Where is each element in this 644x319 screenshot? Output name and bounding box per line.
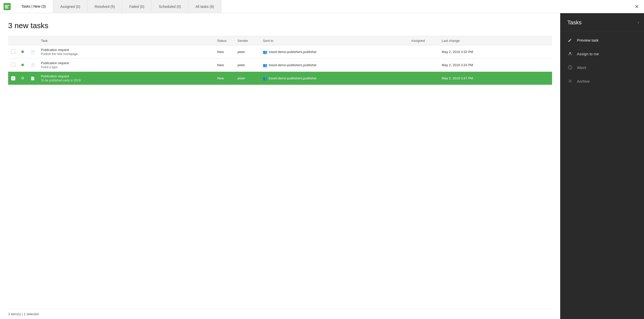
row2-assigned <box>408 59 439 72</box>
checkbox-unchecked[interactable] <box>11 63 15 67</box>
svg-point-7 <box>570 66 570 67</box>
checkbox-checked[interactable]: ✓ <box>11 76 15 80</box>
row3-task: Publication request To be published earl… <box>38 72 214 85</box>
task-desc: Fixed a typo. <box>41 65 211 69</box>
status-bar: 3 item(s) | 1 selected <box>8 309 552 319</box>
status-dot <box>21 64 24 66</box>
row1-dot <box>18 45 27 59</box>
x-icon <box>567 78 573 84</box>
svg-rect-2 <box>5 6 8 7</box>
table-body: 📄 Publication request Publish the new ho… <box>8 45 552 85</box>
tab-resolved[interactable]: Resolved (5) <box>88 0 122 13</box>
panel-expand-icon[interactable]: › <box>638 20 639 25</box>
close-button[interactable]: ✕ <box>630 0 644 13</box>
col-checkbox <box>8 36 18 45</box>
archive-label: Archive <box>577 79 590 83</box>
task-name: Publication request <box>41 48 211 52</box>
table-row[interactable]: 📄 Publication request Publish the new ho… <box>8 45 552 59</box>
row3-checkbox[interactable]: ✓ <box>8 72 18 85</box>
row3-assigned <box>408 72 439 85</box>
row1-status: New <box>214 45 234 59</box>
right-panel: Tasks › Preview task <box>560 13 644 319</box>
row1-task: Publication request Publish the new home… <box>38 45 214 59</box>
tab-new[interactable]: Tasks | New (3) <box>14 0 53 13</box>
row2-dot <box>18 59 27 72</box>
sentto-value: travel-demo-publishers,publisher <box>269 63 317 67</box>
row1-icon: 📄 <box>27 45 38 59</box>
assign-to-me-label: Assign to me <box>577 52 599 56</box>
preview-task-label: Preview task <box>577 38 599 42</box>
row3-status: New <box>214 72 234 85</box>
tab-bar: Tasks | New (3) Assigned (0) Resolved (5… <box>0 0 644 13</box>
row2-lastchange: May 2, 2019 3:33 PM <box>439 59 552 72</box>
row3-sentto: 👥 travel-demo-publishers,publisher <box>260 72 408 85</box>
content-area: 3 new tasks Task Status Sender Sent to A… <box>0 13 560 319</box>
tab-failed[interactable]: Failed (0) <box>122 0 152 13</box>
info-icon <box>567 65 573 70</box>
sentto-value: travel-demo-publishers,publisher <box>269 76 317 80</box>
app-logo <box>0 0 14 13</box>
tab-scheduled[interactable]: Scheduled (0) <box>152 0 188 13</box>
person-icon <box>567 51 573 57</box>
task-desc: To be published early in 2019. <box>41 79 211 82</box>
tab-assigned[interactable]: Assigned (0) <box>53 0 88 13</box>
col-lastchange: Last change <box>439 36 552 45</box>
sentto-value: travel-demo-publishers,publisher <box>269 50 317 54</box>
row3-sender: peter <box>234 72 260 85</box>
task-name: Publication request <box>41 74 211 78</box>
people-icon: 👥 <box>263 63 267 67</box>
status-dot <box>21 50 24 53</box>
panel-header: Tasks › <box>560 13 644 31</box>
svg-point-4 <box>569 52 571 54</box>
task-desc: Publish the new homepage. <box>41 52 211 56</box>
row2-sender: peter <box>234 59 260 72</box>
status-dot-outline <box>21 77 24 79</box>
col-sender: Sender <box>234 36 260 45</box>
assign-to-me-button[interactable]: Assign to me <box>560 47 644 61</box>
col-task: Task <box>38 36 214 45</box>
col-dot <box>18 36 27 45</box>
row1-assigned <box>408 45 439 59</box>
task-table: Task Status Sender Sent to Assigned Last… <box>8 36 552 85</box>
row2-icon: 📄 <box>27 59 38 72</box>
doc-icon: 📄 <box>30 63 35 67</box>
svg-rect-1 <box>5 5 9 6</box>
row2-checkbox[interactable] <box>8 59 18 72</box>
row1-checkbox[interactable] <box>8 45 18 59</box>
row3-icon: 📄 <box>27 72 38 85</box>
row1-lastchange: May 2, 2019 3:32 PM <box>439 45 552 59</box>
table-header: Task Status Sender Sent to Assigned Last… <box>8 36 552 45</box>
pencil-icon <box>567 37 573 43</box>
tab-all[interactable]: All tasks (8) <box>188 0 221 13</box>
col-status: Status <box>214 36 234 45</box>
svg-rect-3 <box>5 8 9 8</box>
row3-lastchange: May 2, 2019 3:47 PM <box>439 72 552 85</box>
checkbox-unchecked[interactable] <box>11 49 15 54</box>
doc-icon: 📄 <box>30 50 35 54</box>
col-icon <box>27 36 38 45</box>
panel-actions: Preview task Assign to me <box>560 31 644 90</box>
table-row[interactable]: ✓ 📄 Publication request To be published … <box>8 72 552 85</box>
people-icon: 👥 <box>263 50 267 54</box>
panel-title: Tasks <box>567 19 582 26</box>
abort-label: Abort <box>577 65 586 70</box>
row1-sender: peter <box>234 45 260 59</box>
row3-dot <box>18 72 27 85</box>
main-area: 3 new tasks Task Status Sender Sent to A… <box>0 13 644 319</box>
col-assigned: Assigned <box>408 36 439 45</box>
doc-icon: 📄 <box>30 76 35 80</box>
logo-icon <box>4 3 11 10</box>
page-title: 3 new tasks <box>8 21 552 30</box>
col-sentto: Sent to <box>260 36 408 45</box>
row1-sentto: 👥 travel-demo-publishers,publisher <box>260 45 408 59</box>
row2-status: New <box>214 59 234 72</box>
row2-task: Publication request Fixed a typo. <box>38 59 214 72</box>
row2-sentto: 👥 travel-demo-publishers,publisher <box>260 59 408 72</box>
task-name: Publication request <box>41 61 211 65</box>
table-row[interactable]: 📄 Publication request Fixed a typo. New … <box>8 59 552 72</box>
people-icon: 👥 <box>263 76 267 80</box>
preview-task-button[interactable]: Preview task <box>560 33 644 47</box>
abort-button[interactable]: Abort <box>560 61 644 74</box>
archive-button[interactable]: Archive <box>560 74 644 88</box>
